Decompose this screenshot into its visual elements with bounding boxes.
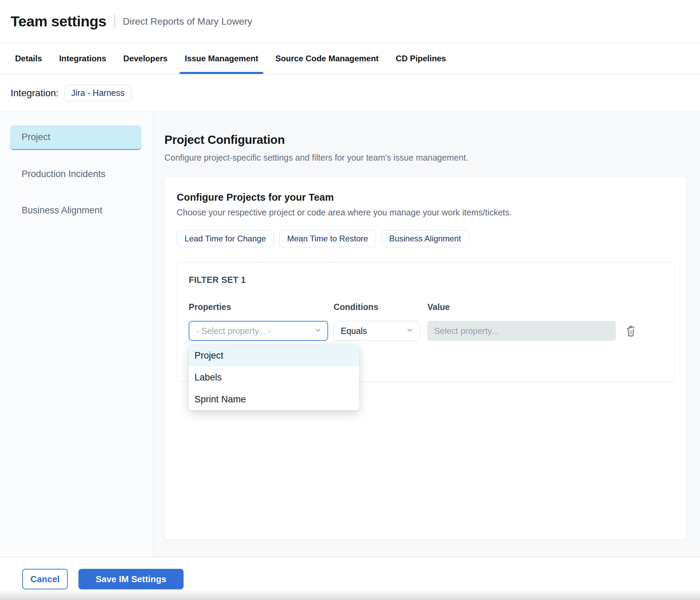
property-dropdown-menu: Project Labels Sprint Name	[189, 345, 359, 410]
filter-set-title: FILTER SET 1	[189, 275, 662, 285]
dropdown-option-labels[interactable]: Labels	[189, 366, 359, 388]
page-header: Team settings Direct Reports of Mary Low…	[0, 0, 700, 43]
card-title: Configure Projects for your Team	[177, 192, 674, 203]
filter-controls-row: - Select property... - Equals	[189, 321, 662, 341]
filter-column-headers: Properties Conditions Value	[189, 302, 662, 312]
column-header-properties: Properties	[189, 302, 328, 312]
column-header-conditions: Conditions	[334, 302, 420, 312]
section-title: Project Configuration	[164, 133, 687, 147]
sidebar-item-project[interactable]: Project	[10, 125, 141, 150]
configure-projects-card: Configure Projects for your Team Choose …	[164, 176, 687, 540]
trash-icon	[625, 324, 637, 337]
dropdown-option-project[interactable]: Project	[189, 345, 359, 366]
integration-bar: Integration: Jira - Harness	[0, 74, 700, 112]
filter-set-panel: FILTER SET 1 Properties Conditions Value…	[177, 262, 674, 382]
tab-developers[interactable]: Developers	[118, 43, 173, 74]
value-input[interactable]	[427, 321, 616, 341]
delete-filter-button[interactable]	[624, 323, 638, 338]
chip-lead-time-for-change[interactable]: Lead Time for Change	[177, 230, 274, 247]
cancel-button[interactable]: Cancel	[22, 569, 68, 589]
integration-label: Integration:	[11, 88, 59, 99]
team-settings-page: Team settings Direct Reports of Mary Low…	[0, 0, 700, 600]
integration-chip[interactable]: Jira - Harness	[64, 85, 132, 101]
title-divider	[114, 15, 115, 28]
action-footer: Cancel Save IM Settings	[0, 557, 700, 600]
tab-bar: Details Integrations Developers Issue Ma…	[0, 43, 700, 74]
tab-details[interactable]: Details	[10, 43, 47, 74]
column-header-value: Value	[427, 302, 608, 312]
save-im-settings-button[interactable]: Save IM Settings	[78, 569, 184, 589]
property-select[interactable]: - Select property... -	[189, 321, 328, 341]
section-subtitle: Configure project-specific settings and …	[164, 153, 687, 163]
sidebar-item-business-alignment[interactable]: Business Alignment	[10, 198, 141, 223]
tab-source-code-management[interactable]: Source Code Management	[270, 43, 384, 74]
chip-business-alignment[interactable]: Business Alignment	[382, 230, 469, 247]
condition-select-value: Equals	[341, 326, 367, 336]
property-select-placeholder: - Select property... -	[196, 326, 271, 336]
settings-sidebar: Project Production Incidents Business Al…	[0, 112, 153, 557]
sidebar-item-production-incidents[interactable]: Production Incidents	[10, 162, 141, 186]
tab-integrations[interactable]: Integrations	[54, 43, 111, 74]
tab-cd-pipelines[interactable]: CD Pipelines	[391, 43, 451, 74]
tab-issue-management[interactable]: Issue Management	[179, 43, 263, 74]
chevron-down-icon	[314, 326, 322, 336]
condition-select[interactable]: Equals	[334, 321, 420, 341]
page-title: Team settings	[11, 13, 106, 30]
chevron-down-icon	[406, 326, 414, 336]
content-area: Project Production Incidents Business Al…	[0, 112, 700, 557]
dropdown-option-sprint-name[interactable]: Sprint Name	[189, 388, 359, 410]
chip-mean-time-to-restore[interactable]: Mean Time to Restore	[279, 230, 376, 247]
metric-chips: Lead Time for Change Mean Time to Restor…	[177, 230, 674, 247]
page-subtitle: Direct Reports of Mary Lowery	[123, 16, 252, 27]
main-panel: Project Configuration Configure project-…	[153, 112, 700, 557]
card-subtitle: Choose your respective project or code a…	[177, 208, 674, 217]
